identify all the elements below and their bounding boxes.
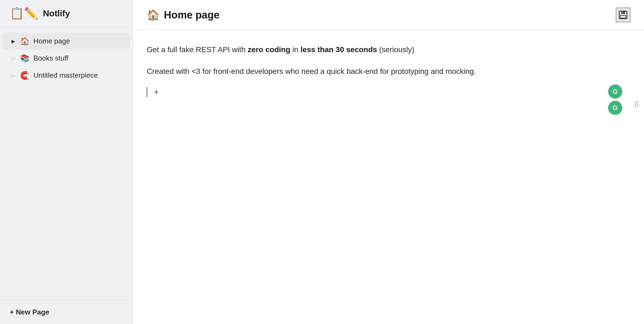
svg-rect-3 — [622, 11, 623, 13]
app-title: Notlify — [43, 8, 70, 18]
chevron-right-icon: ▶ — [10, 38, 16, 44]
sidebar-header: 📋✏️ Notlify — [0, 0, 133, 27]
sidebar-footer: + New Page — [0, 300, 133, 324]
main-content: 🏠 Home page Get a full fake REST API wit… — [133, 0, 644, 324]
new-block-line: + — [147, 86, 630, 98]
save-button[interactable] — [616, 8, 630, 22]
sidebar-item-books-stuff[interactable]: ▷ 📚 Books stuff — [3, 50, 130, 67]
avatar-user-2: G — [608, 101, 622, 115]
text-cursor — [147, 87, 147, 97]
svg-rect-2 — [620, 15, 626, 18]
sidebar: 📋✏️ Notlify ▶ 🏠 Home page ▷ 📚 Books stuf… — [0, 0, 133, 324]
page-title-area: 🏠 Home page — [147, 9, 220, 21]
sidebar-divider — [0, 27, 133, 27]
drag-dot — [635, 101, 636, 103]
drag-dot — [635, 106, 636, 107]
content-paragraph-1: Get a full fake REST API with zero codin… — [147, 43, 500, 56]
sidebar-item-home-page[interactable]: ▶ 🏠 Home page — [3, 33, 130, 49]
chevron-right-icon-books: ▷ — [10, 55, 16, 61]
sidebar-item-label-untitled: Untitled masterpiece — [33, 71, 98, 80]
drag-dot — [637, 106, 639, 107]
sidebar-item-untitled-masterpiece[interactable]: ▷ 🧲 Untitled masterpiece — [3, 67, 130, 84]
nav-item-emoji-books: 📚 — [20, 54, 30, 63]
add-block-button[interactable]: + — [151, 86, 162, 98]
page-title-emoji: 🏠 — [147, 9, 160, 21]
editor-area[interactable]: Get a full fake REST API with zero codin… — [133, 30, 644, 324]
floppy-disk-icon — [618, 10, 628, 20]
sidebar-item-label-books: Books stuff — [33, 54, 68, 62]
drag-dot — [637, 101, 639, 103]
drag-dot — [635, 103, 636, 105]
content-paragraph-2: Created with <3 for front-end developers… — [147, 65, 500, 78]
drag-handle[interactable] — [635, 101, 639, 107]
chevron-right-icon-untitled: ▷ — [10, 73, 16, 78]
nav-item-emoji-untitled: 🧲 — [20, 71, 30, 80]
app-logo-icon: 📋✏️ — [10, 8, 38, 19]
main-header: 🏠 Home page — [133, 0, 644, 30]
sidebar-nav: ▶ 🏠 Home page ▷ 📚 Books stuff ▷ 🧲 Untitl… — [0, 30, 133, 300]
page-title: Home page — [164, 9, 220, 21]
nav-item-emoji-home: 🏠 — [20, 37, 30, 46]
avatar-user-1: G — [608, 84, 622, 99]
sidebar-item-label-home: Home page — [33, 37, 70, 45]
new-page-button[interactable]: + New Page — [10, 308, 123, 316]
drag-dot — [637, 103, 639, 105]
